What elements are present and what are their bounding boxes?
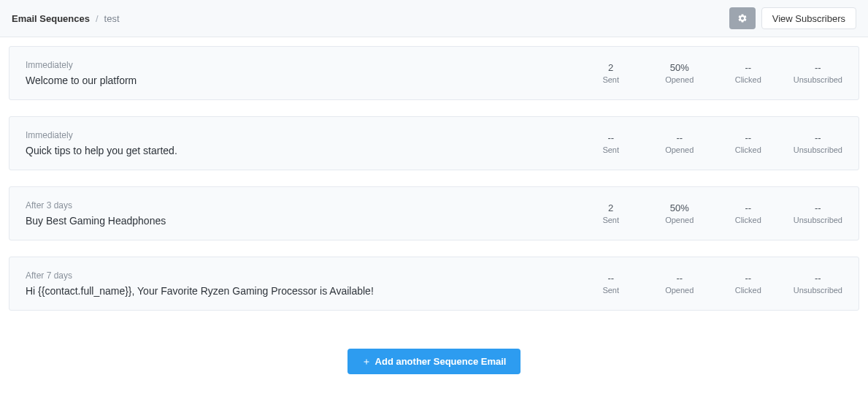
- card-info: Immediately Quick tips to help you get s…: [26, 130, 588, 156]
- stat-value: --: [725, 273, 772, 284]
- add-sequence-email-button[interactable]: Add another Sequence Email: [347, 349, 521, 374]
- stat-sent: 2 Sent: [588, 202, 634, 224]
- stat-opened: -- Opened: [656, 273, 703, 295]
- stat-label: Opened: [656, 216, 703, 224]
- stat-opened: 50% Opened: [656, 202, 703, 224]
- stat-label: Clicked: [725, 75, 772, 84]
- add-button-label: Add another Sequence Email: [375, 356, 507, 367]
- stat-value: --: [725, 202, 772, 213]
- email-subject: Welcome to our platform: [26, 75, 588, 86]
- stat-value: --: [725, 62, 772, 73]
- plus-icon: [362, 357, 371, 366]
- sequence-email-card[interactable]: Immediately Quick tips to help you get s…: [9, 116, 859, 170]
- email-timing: Immediately: [26, 60, 588, 70]
- stat-label: Clicked: [725, 145, 772, 154]
- email-subject: Quick tips to help you get started.: [26, 145, 588, 156]
- sequence-email-card[interactable]: Immediately Welcome to our platform 2 Se…: [9, 46, 859, 100]
- stat-sent: -- Sent: [588, 132, 634, 154]
- stat-label: Sent: [588, 216, 634, 224]
- card-stats: 2 Sent 50% Opened -- Clicked -- Unsubscr…: [588, 202, 842, 224]
- card-stats: 2 Sent 50% Opened -- Clicked -- Unsubscr…: [588, 62, 842, 84]
- stat-label: Clicked: [725, 216, 772, 224]
- stat-sent: 2 Sent: [588, 62, 634, 84]
- card-info: After 7 days Hi {{contact.full_name}}, Y…: [26, 270, 588, 297]
- email-subject: Buy Best Gaming Headphones: [26, 215, 588, 227]
- stat-label: Unsubscribed: [794, 216, 842, 224]
- email-timing: After 3 days: [26, 200, 588, 211]
- page-header: Email Sequences / test View Subscribers: [0, 0, 868, 37]
- stat-value: --: [725, 132, 772, 143]
- stat-opened: 50% Opened: [656, 62, 703, 84]
- header-actions: View Subscribers: [729, 7, 856, 29]
- stat-label: Unsubscribed: [794, 75, 842, 84]
- card-stats: -- Sent -- Opened -- Clicked -- Unsubscr…: [588, 132, 842, 154]
- stat-unsubscribed: -- Unsubscribed: [794, 62, 842, 84]
- gear-icon: [737, 13, 748, 23]
- stat-value: --: [656, 132, 703, 143]
- stat-label: Unsubscribed: [794, 145, 842, 154]
- stat-value: --: [794, 132, 842, 143]
- stat-label: Sent: [588, 145, 634, 154]
- stat-sent: -- Sent: [588, 273, 634, 295]
- view-subscribers-button[interactable]: View Subscribers: [761, 7, 856, 29]
- stat-label: Clicked: [725, 286, 772, 295]
- stat-label: Sent: [588, 75, 634, 84]
- stat-opened: -- Opened: [656, 132, 703, 154]
- stat-label: Sent: [588, 286, 634, 295]
- stat-value: 2: [588, 202, 634, 213]
- stat-value: 50%: [656, 202, 703, 213]
- email-subject: Hi {{contact.full_name}}, Your Favorite …: [26, 285, 588, 297]
- stat-value: --: [794, 273, 842, 284]
- sequence-email-card[interactable]: After 3 days Buy Best Gaming Headphones …: [9, 186, 859, 240]
- breadcrumb-root[interactable]: Email Sequences: [12, 13, 90, 24]
- settings-button[interactable]: [729, 7, 756, 29]
- card-info: After 3 days Buy Best Gaming Headphones: [26, 200, 588, 227]
- stat-label: Opened: [656, 145, 703, 154]
- stat-label: Unsubscribed: [794, 286, 842, 295]
- card-stats: -- Sent -- Opened -- Clicked -- Unsubscr…: [588, 273, 842, 295]
- stat-value: 50%: [656, 62, 703, 73]
- content-area: Immediately Welcome to our platform 2 Se…: [0, 37, 868, 398]
- stat-label: Opened: [656, 286, 703, 295]
- sequence-email-card[interactable]: After 7 days Hi {{contact.full_name}}, Y…: [9, 257, 859, 311]
- email-timing: Immediately: [26, 130, 588, 140]
- stat-unsubscribed: -- Unsubscribed: [794, 132, 842, 154]
- email-timing: After 7 days: [26, 270, 588, 281]
- stat-value: --: [794, 62, 842, 73]
- stat-value: --: [588, 273, 634, 284]
- card-info: Immediately Welcome to our platform: [26, 60, 588, 86]
- stat-value: --: [588, 132, 634, 143]
- stat-unsubscribed: -- Unsubscribed: [794, 273, 842, 295]
- stat-clicked: -- Clicked: [725, 62, 772, 84]
- stat-unsubscribed: -- Unsubscribed: [794, 202, 842, 224]
- footer-actions: Add another Sequence Email: [9, 327, 859, 389]
- breadcrumb-separator: /: [96, 13, 99, 24]
- breadcrumb: Email Sequences / test: [12, 13, 120, 24]
- stat-clicked: -- Clicked: [725, 132, 772, 154]
- stat-value: 2: [588, 62, 634, 73]
- stat-label: Opened: [656, 75, 703, 84]
- stat-clicked: -- Clicked: [725, 202, 772, 224]
- stat-clicked: -- Clicked: [725, 273, 772, 295]
- breadcrumb-current: test: [104, 13, 120, 24]
- stat-value: --: [656, 273, 703, 284]
- stat-value: --: [794, 202, 842, 213]
